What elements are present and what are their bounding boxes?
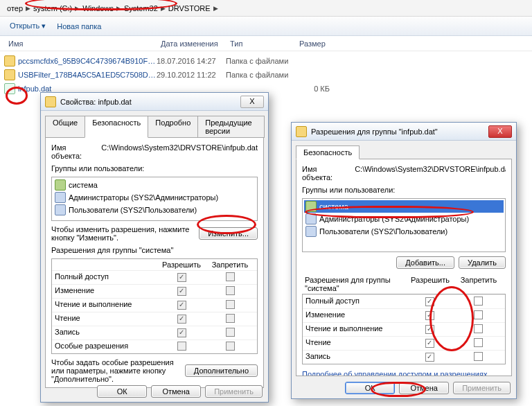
perm-name: Изменение xyxy=(305,310,405,321)
ok-button[interactable]: ОК xyxy=(345,382,395,394)
perm-name: Чтение и выполнение xyxy=(305,324,405,335)
tab-body: Имя объекта: C:\Windows\System32\DRVSTOR… xyxy=(296,159,512,376)
dialog-buttons: ОК Отмена Применить xyxy=(97,385,263,398)
file-date: 18.07.2016 14:27 xyxy=(157,57,226,65)
bc-computer[interactable]: отер xyxy=(4,4,26,12)
dialog-title: Свойства: infpub.dat xyxy=(60,98,240,106)
cancel-button[interactable]: Отмена xyxy=(151,385,201,398)
titlebar[interactable]: Разрешения для группы "infpub.dat" X xyxy=(292,123,516,141)
groups-list[interactable]: система Администраторы (SYS2\Администрат… xyxy=(302,198,506,252)
group-item[interactable]: система xyxy=(53,179,256,191)
group-item[interactable]: Пользователи (SYS2\Пользователи) xyxy=(53,204,256,216)
deny-checkbox[interactable] xyxy=(474,297,483,306)
perm-row: Чтение xyxy=(303,336,505,350)
col-date[interactable]: Дата изменения xyxy=(157,39,226,48)
properties-dialog: Свойства: infpub.dat X Общие Безопасност… xyxy=(40,92,269,403)
perm-row: Особые разрешения xyxy=(52,339,257,353)
group-item[interactable]: Администраторы (SYS2\Администраторы) xyxy=(53,191,256,204)
col-size[interactable]: Размер xyxy=(295,39,337,48)
group-name: Администраторы (SYS2\Администраторы) xyxy=(69,193,218,202)
group-name: система xyxy=(319,202,348,211)
file-icon xyxy=(296,126,307,137)
new-folder-button[interactable]: Новая папка xyxy=(51,19,107,33)
group-name: Пользователи (SYS2\Пользователи) xyxy=(69,206,197,214)
deny-checkbox[interactable] xyxy=(474,324,483,333)
group-name: система xyxy=(69,181,98,189)
learn-more-link[interactable]: Подробнее об управлении доступом и разре… xyxy=(302,370,487,376)
perm-row: Чтение xyxy=(52,312,257,326)
perm-row: Изменение xyxy=(52,284,257,298)
tab-security[interactable]: Безопасность xyxy=(296,145,360,159)
file-size: 0 КБ xyxy=(295,85,330,93)
group-item[interactable]: система xyxy=(304,200,504,213)
tab-security[interactable]: Безопасность xyxy=(85,116,148,138)
remove-button[interactable]: Удалить xyxy=(459,256,506,269)
deny-checkbox[interactable] xyxy=(474,310,483,319)
deny-checkbox xyxy=(226,314,235,323)
deny-checkbox[interactable] xyxy=(474,352,483,361)
deny-checkbox xyxy=(226,272,235,281)
folder-icon xyxy=(4,69,15,80)
open-button[interactable]: Открыть ▾ xyxy=(4,19,51,33)
add-button[interactable]: Добавить... xyxy=(396,256,454,269)
allow-checkbox[interactable] xyxy=(425,353,434,362)
close-button[interactable]: X xyxy=(488,125,512,138)
col-type[interactable]: Тип xyxy=(226,39,295,48)
file-row[interactable]: USBFilter_178B4A5C5A1ED5C7508DAF503... 2… xyxy=(4,68,528,82)
folder-icon xyxy=(4,55,15,67)
apply-button[interactable]: Применить xyxy=(205,385,263,398)
perm-row: Запись xyxy=(52,326,257,339)
tab-general[interactable]: Общие xyxy=(45,116,85,138)
apply-button[interactable]: Применить xyxy=(453,382,511,394)
file-row[interactable]: pccsmcfdx6_95B9C4C4739674B910F22E6... 18… xyxy=(4,54,528,68)
groups-list[interactable]: система Администраторы (SYS2\Администрат… xyxy=(51,177,258,221)
bc-sys32[interactable]: System32 xyxy=(121,4,161,12)
perm-row: Запись xyxy=(303,350,505,364)
tab-previous[interactable]: Предыдущие версии xyxy=(197,116,265,138)
titlebar[interactable]: Свойства: infpub.dat X xyxy=(41,93,268,111)
group-name: Пользователи (SYS2\Пользователи) xyxy=(319,227,447,236)
file-date: 29.10.2012 11:22 xyxy=(157,71,226,79)
group-item[interactable]: Администраторы (SYS2\Администраторы) xyxy=(304,213,504,225)
deny-checkbox xyxy=(226,286,235,295)
allow-checkbox[interactable] xyxy=(425,325,434,334)
close-button[interactable]: X xyxy=(240,96,264,108)
bc-c[interactable]: system (C:) xyxy=(30,4,75,12)
tab-body: Имя объекта: C:\Windows\System32\DRVSTOR… xyxy=(45,137,264,388)
perm-row: Полный доступ xyxy=(52,270,257,284)
file-icon xyxy=(45,96,56,107)
permissions-table: РазрешитьЗапретить Полный доступИзменени… xyxy=(51,258,258,354)
objname-label: Имя объекта: xyxy=(302,165,348,182)
perm-name: Чтение xyxy=(305,338,405,348)
tab-details[interactable]: Подробно xyxy=(148,116,198,138)
change-button[interactable]: Изменить... xyxy=(199,227,258,240)
allow-checkbox[interactable] xyxy=(425,297,434,306)
perm-name: Полный доступ xyxy=(55,272,157,283)
bc-drvstore[interactable]: DRVSTORE xyxy=(166,4,213,12)
file-type: Папка с файлами xyxy=(226,71,295,79)
breadcrumb[interactable]: отер▶ system (C:)▶ Windows▶ System32▶ DR… xyxy=(0,0,532,17)
perm-name: Изменение xyxy=(55,286,157,297)
perm-row: Полный доступ xyxy=(303,294,505,308)
col-name[interactable]: Имя xyxy=(4,39,157,48)
perm-name: Полный доступ xyxy=(305,297,405,307)
column-headers[interactable]: Имя Дата изменения Тип Размер xyxy=(0,36,532,51)
advanced-button[interactable]: Дополнительно xyxy=(185,364,258,377)
ok-button[interactable]: ОК xyxy=(97,385,147,398)
chevron-right-icon: ▶ xyxy=(75,5,80,12)
allow-checkbox[interactable] xyxy=(425,311,434,320)
allow-checkbox xyxy=(177,328,186,337)
dialog-title: Разрешения для группы "infpub.dat" xyxy=(311,127,488,136)
tabs: Безопасность xyxy=(292,141,516,159)
chevron-right-icon: ▶ xyxy=(161,5,166,12)
file-list: pccsmcfdx6_95B9C4C4739674B910F22E6... 18… xyxy=(0,51,532,98)
advanced-hint: Чтобы задать особые разрешения или парам… xyxy=(51,358,181,383)
group-item[interactable]: Пользователи (SYS2\Пользователи) xyxy=(304,225,504,238)
group-icon xyxy=(55,192,66,203)
allow-checkbox[interactable] xyxy=(425,339,434,348)
deny-checkbox xyxy=(226,300,235,309)
deny-checkbox[interactable] xyxy=(474,338,483,347)
file-type: Папка с файлами xyxy=(226,57,295,65)
cancel-button[interactable]: Отмена xyxy=(399,382,449,394)
bc-windows[interactable]: Windows xyxy=(80,4,116,12)
